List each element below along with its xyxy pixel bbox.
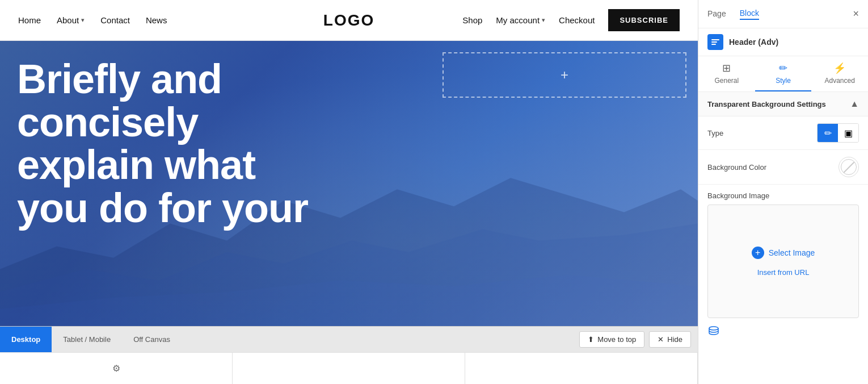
nav-home[interactable]: Home [18, 15, 41, 25]
subtab-advanced-label: Advanced [824, 77, 854, 85]
section-collapse-button[interactable]: ▲ [850, 99, 859, 109]
toolbar-actions: ⬆ Move to top ✕ Hide [579, 331, 698, 348]
hero-heading-line2: concisely [17, 101, 681, 144]
subtab-general-label: General [714, 77, 739, 85]
sidebar-close-button[interactable]: × [853, 8, 859, 20]
nav-logo: LOGO [323, 11, 374, 30]
nav-myaccount[interactable]: My account [496, 15, 540, 25]
style-icon: ✏ [779, 62, 787, 74]
image-upload-area[interactable]: + Select Image Insert from URL [707, 204, 859, 318]
bg-color-row: Background Color [698, 150, 868, 185]
view-tabs: Desktop Tablet / Mobile Off Canvas [0, 327, 182, 352]
nav-left: Home About ▾ Contact News [18, 15, 167, 25]
tab-tablet-mobile[interactable]: Tablet / Mobile [52, 327, 122, 352]
hero-heading-line4: you do for your [17, 187, 681, 230]
nav-checkout[interactable]: Checkout [559, 15, 595, 25]
about-chevron-icon: ▾ [81, 16, 85, 24]
style-subtabs: ⊞ General ✏ Style ⚡ Advanced [698, 56, 868, 92]
subtab-advanced[interactable]: ⚡ Advanced [811, 56, 868, 91]
svg-point-0 [709, 327, 718, 330]
segment-settings-button[interactable]: ⚙ [112, 363, 120, 374]
hide-button[interactable]: ✕ Hide [649, 331, 691, 348]
subscribe-button[interactable]: SUBSCRIBE [608, 9, 680, 31]
tab-block[interactable]: Block [740, 9, 759, 20]
tab-desktop[interactable]: Desktop [0, 327, 52, 352]
type-label: Type [707, 129, 723, 137]
hero-heading: Briefly and concisely explain what you d… [17, 58, 681, 229]
hero-text: Briefly and concisely explain what you d… [0, 41, 698, 229]
bottom-seg-1: ⚙ [0, 353, 233, 384]
hero-section: + Briefly and concisely explain what you… [0, 41, 698, 326]
database-icon [707, 325, 720, 340]
general-icon: ⊞ [722, 62, 731, 74]
nav-myaccount-wrap: My account ▾ [496, 15, 545, 25]
nav-about-wrap: About ▾ [57, 15, 85, 25]
subtab-style-label: Style [776, 77, 791, 85]
block-label-text: Header (Adv) [729, 37, 778, 47]
hide-icon: ✕ [658, 335, 664, 344]
tab-off-canvas[interactable]: Off Canvas [122, 327, 182, 352]
insert-from-url-link[interactable]: Insert from URL [757, 268, 810, 277]
move-to-top-icon: ⬆ [588, 335, 594, 344]
sidebar-header: Page Block × [698, 0, 868, 28]
sidebar-tabs: Page Block [707, 9, 759, 20]
bottom-row: ⚙ [0, 352, 698, 384]
nav-right: Shop My account ▾ Checkout SUBSCRIBE [462, 9, 680, 31]
nav-shop[interactable]: Shop [462, 15, 482, 25]
subtab-general[interactable]: ⊞ General [698, 56, 755, 91]
select-image-button[interactable]: + Select Image [752, 247, 815, 259]
tab-page[interactable]: Page [707, 9, 726, 20]
type-btn-square[interactable]: ▣ [838, 124, 858, 142]
section-title: Transparent Background Settings [707, 100, 826, 108]
advanced-icon: ⚡ [833, 62, 846, 74]
db-icon-row [698, 318, 868, 347]
bottom-seg-3 [465, 353, 698, 384]
myaccount-chevron-icon: ▾ [542, 16, 545, 24]
section-header-transparent-bg: Transparent Background Settings ▲ [698, 92, 868, 116]
type-setting-row: Type ✏ ▣ [698, 116, 868, 150]
square-icon: ▣ [844, 128, 853, 139]
block-icon [707, 34, 723, 50]
hero-heading-line1: Briefly and [17, 58, 681, 101]
nav-bar: Home About ▾ Contact News LOGO Shop My a… [0, 0, 698, 41]
plus-icon: + [752, 247, 764, 259]
bg-image-label: Background Image [698, 185, 868, 204]
bottom-seg-2 [233, 353, 465, 384]
no-color-indicator [841, 159, 857, 175]
move-to-top-label: Move to top [597, 335, 636, 344]
subtab-style[interactable]: ✏ Style [755, 56, 812, 91]
nav-news[interactable]: News [146, 15, 167, 25]
type-btn-pencil[interactable]: ✏ [818, 124, 838, 142]
block-label-row: Header (Adv) [698, 28, 868, 56]
bg-color-label: Background Color [707, 163, 766, 172]
type-toggle: ✏ ▣ [817, 123, 859, 143]
sidebar: Page Block × Header (Adv) ⊞ General ✏ St… [698, 0, 868, 384]
settings-panel: Transparent Background Settings ▲ Type ✏… [698, 92, 868, 384]
move-to-top-button[interactable]: ⬆ Move to top [579, 331, 644, 348]
bg-color-swatch[interactable] [838, 157, 859, 177]
nav-about[interactable]: About [57, 15, 79, 25]
hero-heading-line3: explain what [17, 144, 681, 187]
select-image-label: Select Image [769, 248, 815, 257]
bottom-toolbar: Desktop Tablet / Mobile Off Canvas ⬆ Mov… [0, 326, 698, 352]
pencil-icon: ✏ [824, 128, 832, 139]
nav-contact[interactable]: Contact [100, 15, 130, 25]
hide-label: Hide [667, 335, 682, 344]
